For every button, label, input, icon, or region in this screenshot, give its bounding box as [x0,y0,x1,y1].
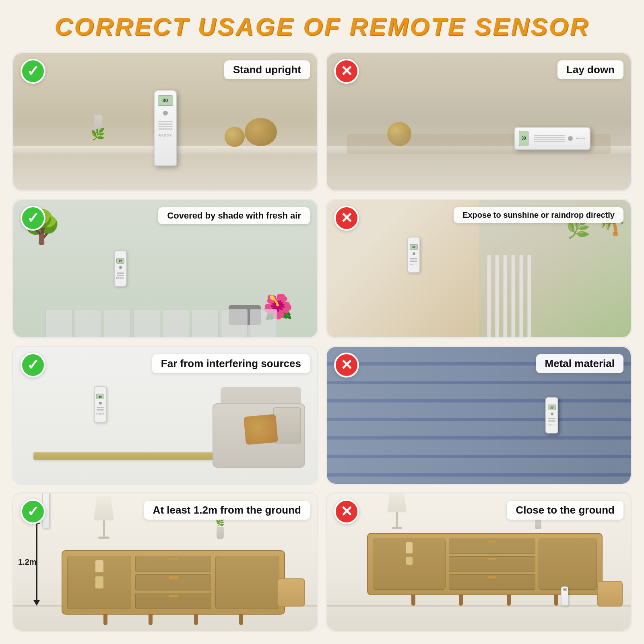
height-label: 1.2m [18,557,37,567]
cell-stand-upright: 🌿 30 RADOY [12,52,318,192]
sensor-sunshine-bad: 30 RADOY [407,237,420,273]
cell-covered-shade: 🌳 🌺 30 [12,199,318,339]
cell-far-interfering: 30 RADOY ✓ Far from interfering sources [12,346,318,485]
cell-sunshine: 🌴 🌿 30 RADOY ✕ Expose [326,199,632,339]
bad-icon-3: ✕ [334,353,359,378]
sensor-shade-good: 30 RADOY [114,250,127,287]
brand-label-1: RADOY [159,134,172,137]
sensor-line [158,124,173,125]
lamp-good [94,496,114,539]
label-close-ground: Close to the ground [507,501,623,520]
good-icon-1: ✓ [21,59,45,84]
sensor-far-good: 30 RADOY [94,386,107,423]
cell-lay-down: 30 RADOY ✕ Lay down [326,52,632,192]
sensor-horizontal-bad: 30 RADOY [514,127,590,150]
bad-icon-1: ✕ [334,59,359,84]
label-far-interfering: Far from interfering sources [152,354,310,373]
sensor-screen-1: 30 [158,95,173,106]
dresser-bad [367,533,603,595]
sensor-line [158,121,173,122]
label-stand-upright: Stand upright [224,60,310,79]
height-indicator: 1.2m [29,518,44,606]
sensor-vertical-good: 30 RADOY [154,90,177,166]
bad-icon-4: ✕ [334,499,359,524]
label-sunshine: Expose to sunshine or raindrop directly [454,207,623,223]
cell-at-least-ground: 🌿 1.2m 30 ✓ [12,492,318,632]
label-shade: Covered by shade with fresh air [158,207,310,224]
good-icon-3: ✓ [21,353,45,378]
good-icon-4: ✓ [21,499,45,524]
sensor-low-bad: 30 [561,586,568,606]
usage-grid: 🌿 30 RADOY [12,52,632,632]
label-at-least-ground: At least 1.2m from the ground [144,501,310,520]
lamp-bad [387,492,407,529]
cell-close-ground: 🌿 30 ✕ Close to the ground [326,492,632,632]
page: CORRECT USAGE OF REMOTE SENSOR 🌿 [0,0,644,644]
good-icon-2: ✓ [21,206,45,231]
vase-good: 🌿 [216,518,225,539]
label-metal: Metal material [536,354,623,373]
sensor-metal-bad: 30 RADOY [545,397,558,433]
sensor-lines-1 [157,121,174,130]
cell-metal: 30 RADOY ✕ Metal material [326,346,632,485]
page-title: CORRECT USAGE OF REMOTE SENSOR [12,12,632,41]
sensor-line [158,126,173,127]
label-lay-down: Lay down [557,60,623,79]
sensor-line [158,128,173,130]
dresser-good [62,550,285,615]
sensor-dot-1 [163,111,168,116]
bad-icon-2: ✕ [334,206,359,231]
